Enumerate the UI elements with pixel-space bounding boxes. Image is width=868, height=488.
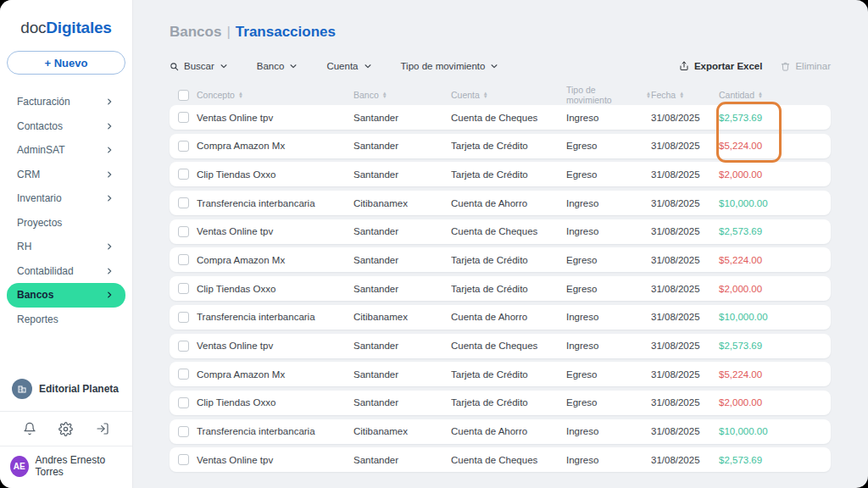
cell-fecha: 31/08/2025	[651, 341, 719, 351]
cell-banco: Santander	[353, 397, 451, 408]
new-button[interactable]: + Nuevo	[7, 51, 125, 75]
column-header-tipo-de-movimiento[interactable]: Tipo de movimiento▲▼	[566, 85, 651, 105]
table-row[interactable]: Ventas Online tpvSantanderCuenta de Cheq…	[170, 447, 831, 472]
filter-banco[interactable]: Banco	[257, 61, 298, 71]
cell-cantidad: $2,573.69	[719, 113, 831, 123]
cell-cuenta: Tarjeta de Crédito	[451, 141, 566, 151]
export-icon	[679, 61, 689, 71]
sidebar-item-facturación[interactable]: Facturación	[7, 90, 125, 114]
row-checkbox[interactable]	[178, 112, 189, 123]
cell-tipo: Ingreso	[566, 341, 651, 351]
delete-button[interactable]: Eliminar	[781, 61, 831, 71]
sidebar-item-adminsat[interactable]: AdminSAT	[7, 138, 125, 163]
row-checkbox[interactable]	[178, 312, 189, 323]
cell-cantidad: $2,000.00	[719, 284, 831, 294]
breadcrumb: Bancos|Transacciones	[170, 24, 831, 41]
cell-fecha: 31/08/2025	[651, 284, 719, 294]
cell-tipo: Egreso	[566, 255, 651, 265]
row-checkbox[interactable]	[178, 197, 189, 208]
column-header-fecha[interactable]: Fecha▲▼	[651, 90, 719, 100]
cell-cuenta: Cuenta de Ahorro	[451, 426, 566, 436]
row-checkbox[interactable]	[178, 141, 189, 152]
row-checkbox[interactable]	[178, 283, 189, 294]
chevron-right-icon	[105, 122, 114, 130]
filter-cuenta[interactable]: Cuenta	[326, 61, 371, 71]
cell-cuenta: Tarjeta de Crédito	[451, 397, 566, 408]
cell-tipo: Egreso	[566, 369, 651, 380]
row-checkbox[interactable]	[178, 426, 189, 437]
row-checkbox[interactable]	[178, 341, 189, 352]
sort-icon: ▲▼	[382, 92, 387, 99]
avatar: AE	[10, 456, 29, 477]
column-header-banco[interactable]: Banco▲▼	[353, 90, 451, 100]
chevron-right-icon	[105, 242, 114, 251]
chevron-right-icon	[105, 194, 114, 202]
select-all-checkbox[interactable]	[178, 90, 189, 101]
gear-icon[interactable]	[57, 419, 75, 438]
cell-tipo: Ingreso	[566, 198, 651, 208]
sidebar-item-contactos[interactable]: Contactos	[7, 114, 125, 139]
table-row[interactable]: Ventas Online tpvSantanderCuenta de Cheq…	[170, 219, 831, 244]
sidebar-item-reportes[interactable]: Reportes	[7, 308, 125, 332]
logo-prefix: doc	[20, 19, 46, 36]
cell-banco: Santander	[353, 284, 451, 294]
user-name: Andres Ernesto Torres	[36, 454, 123, 478]
cell-cuenta: Cuenta de Cheques	[451, 455, 566, 465]
column-header-cantidad[interactable]: Cantidad▲▼	[719, 90, 831, 100]
row-checkbox[interactable]	[178, 369, 189, 380]
sidebar-item-proyectos[interactable]: Proyectos	[7, 211, 125, 236]
table-row[interactable]: Transferencia interbancariaCitibanamexCu…	[170, 419, 831, 444]
cell-concepto: Ventas Online tpv	[197, 341, 353, 351]
cell-fecha: 31/08/2025	[651, 141, 719, 151]
chevron-right-icon	[105, 170, 114, 179]
table-row[interactable]: Ventas Online tpvSantanderCuenta de Cheq…	[170, 105, 831, 130]
table-row[interactable]: Ventas Online tpvSantanderCuenta de Cheq…	[170, 334, 831, 358]
sidebar-item-label: Contabilidad	[17, 265, 74, 277]
cell-cantidad: $2,000.00	[719, 397, 831, 408]
cell-cantidad: $5,224.00	[719, 369, 831, 380]
cell-cuenta: Cuenta de Ahorro	[451, 198, 566, 208]
organization-row[interactable]: Editorial Planeta	[0, 370, 132, 411]
table-row[interactable]: Clip Tiendas OxxoSantanderTarjeta de Cré…	[170, 391, 831, 415]
table-row[interactable]: Compra Amazon MxSantanderTarjeta de Créd…	[170, 247, 831, 272]
cell-banco: Citibanamex	[353, 198, 451, 208]
column-header-cuenta[interactable]: Cuenta▲▼	[451, 90, 566, 100]
sidebar-item-bancos[interactable]: Bancos	[7, 283, 125, 308]
filter-label: Banco	[257, 61, 285, 71]
row-checkbox[interactable]	[178, 169, 189, 180]
cell-fecha: 31/08/2025	[651, 169, 719, 180]
bell-icon[interactable]	[20, 419, 39, 438]
sidebar-item-label: CRM	[17, 169, 40, 180]
table-row[interactable]: Clip Tiendas OxxoSantanderTarjeta de Cré…	[170, 162, 831, 186]
table-row[interactable]: Compra Amazon MxSantanderTarjeta de Créd…	[170, 134, 831, 158]
table-row[interactable]: Transferencia interbancariaCitibanamexCu…	[170, 191, 831, 215]
column-header-concepto[interactable]: Concepto▲▼	[197, 90, 353, 100]
row-checkbox[interactable]	[178, 226, 189, 237]
filter-tipo-de-movimiento[interactable]: Tipo de movimiento	[401, 61, 499, 71]
cell-concepto: Transferencia interbancaria	[197, 426, 353, 436]
table-row[interactable]: Transferencia interbancariaCitibanamexCu…	[170, 305, 831, 330]
search-icon	[170, 62, 179, 71]
row-checkbox[interactable]	[178, 397, 189, 408]
cell-concepto: Clip Tiendas Oxxo	[197, 284, 353, 294]
sidebar-item-crm[interactable]: CRM	[7, 163, 125, 187]
filter-buscar[interactable]: Buscar	[170, 61, 228, 71]
cell-concepto: Ventas Online tpv	[197, 226, 353, 236]
table-row[interactable]: Compra Amazon MxSantanderTarjeta de Créd…	[170, 362, 831, 386]
logout-icon[interactable]	[93, 419, 112, 438]
sidebar-item-rh[interactable]: RH	[7, 235, 125, 259]
row-checkbox[interactable]	[178, 454, 189, 465]
sidebar-item-inventario[interactable]: Inventario	[7, 186, 125, 211]
cell-concepto: Compra Amazon Mx	[197, 255, 353, 265]
chevron-down-icon	[490, 62, 498, 70]
cell-tipo: Ingreso	[566, 455, 651, 465]
filter-bar: Buscar Banco Cuenta	[170, 61, 498, 71]
cell-tipo: Egreso	[566, 284, 651, 294]
user-row[interactable]: AE Andres Ernesto Torres	[0, 446, 132, 488]
breadcrumb-parent[interactable]: Bancos	[170, 24, 221, 40]
export-excel-button[interactable]: Exportar Excel	[679, 61, 763, 71]
sidebar-item-contabilidad[interactable]: Contabilidad	[7, 259, 125, 284]
row-checkbox[interactable]	[178, 254, 189, 265]
table-row[interactable]: Clip Tiendas OxxoSantanderTarjeta de Cré…	[170, 276, 831, 301]
cell-banco: Santander	[353, 255, 451, 265]
